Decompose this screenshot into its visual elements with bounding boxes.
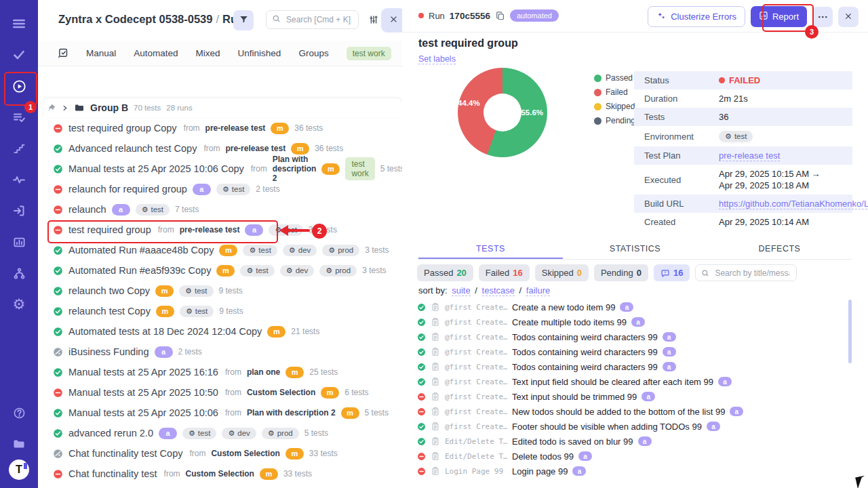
env-chip-prod[interactable]: ⚙prod — [319, 265, 357, 277]
sidebar-reports-icon[interactable] — [0, 226, 38, 258]
tests-search[interactable] — [695, 264, 797, 281]
run-row[interactable]: relaunch two Copym⚙test9 tests — [38, 281, 402, 301]
filter-button[interactable] — [233, 10, 254, 30]
sort-by-failure[interactable]: failure — [526, 285, 550, 296]
test-row[interactable]: @first Create…Create a new todo item 99a — [417, 300, 854, 314]
test-row[interactable]: @first Create…Create multiple todo items… — [417, 314, 854, 329]
run-label-chip[interactable]: test work — [345, 157, 374, 180]
run-row[interactable]: Manual tests at 25 Apr 2025 10:06 Copyfr… — [38, 159, 402, 179]
select-runs-icon[interactable] — [57, 47, 68, 59]
filter-chip-pending[interactable]: Pending0 — [594, 264, 648, 281]
copy-icon[interactable] — [495, 11, 505, 21]
pin-icon[interactable] — [47, 104, 56, 112]
tab-defects[interactable]: DEFECTS — [707, 241, 852, 259]
filter-chip-failed[interactable]: Failed16 — [479, 264, 530, 281]
tab-tests[interactable]: TESTS — [418, 241, 563, 259]
run-plan-link[interactable]: plan one — [247, 367, 280, 377]
run-plan-link[interactable]: pre-release test — [225, 144, 285, 153]
env-chip-dev[interactable]: ⚙dev — [222, 428, 256, 439]
run-plan-link[interactable]: Plan with description 2 — [273, 155, 317, 183]
runs-search[interactable] — [266, 10, 359, 29]
run-plan-link[interactable]: pre-release test — [180, 225, 240, 235]
run-row[interactable]: Automated tests at 18 Dec 2024 12:04 Cop… — [38, 321, 402, 342]
adjustments-icon[interactable] — [368, 14, 379, 28]
run-plan-link[interactable]: Plan with description 2 — [247, 408, 336, 418]
run-row[interactable]: Chat functinality testfromCustom Selecti… — [38, 464, 402, 484]
more-actions-button[interactable]: ⋯ — [812, 7, 833, 27]
run-row[interactable]: advanced rerun 2.0a⚙test⚙dev⚙prod5 tests — [38, 423, 402, 443]
run-row[interactable]: Automated Run #ea5f939c Copym⚙test⚙dev⚙p… — [38, 260, 402, 281]
run-row-highlighted[interactable]: test required groupfrompre-release testa… — [38, 220, 402, 240]
run-row[interactable]: Chat functinality test CopyfromCustom Se… — [38, 443, 402, 464]
env-chip-prod[interactable]: ⚙prod — [262, 428, 299, 439]
sidebar-import-icon[interactable] — [0, 195, 38, 226]
sidebar-projects-icon[interactable] — [0, 428, 38, 460]
chevron-right-icon[interactable] — [61, 104, 68, 112]
sidebar-help-icon[interactable] — [0, 397, 38, 428]
sidebar-menu-icon[interactable] — [0, 8, 38, 39]
comments-filter-chip[interactable]: 16 — [654, 264, 690, 281]
test-row[interactable]: @first Create…Todos containing weird cha… — [417, 359, 854, 374]
tab-unfinished[interactable]: Unfinished — [238, 48, 281, 58]
run-row[interactable]: Manual tests at 25 Apr 2025 10:06fromPla… — [38, 403, 402, 423]
run-plan-link[interactable]: Custom Selection — [247, 388, 315, 397]
run-row[interactable]: test required group Copyfrompre-release … — [38, 118, 402, 138]
detail-link[interactable]: https://github.com/TetianaKhomenko/Lo... — [719, 199, 868, 209]
env-chip-test[interactable]: ⚙test — [179, 285, 213, 297]
tests-search-input[interactable] — [713, 268, 791, 279]
tab-label-test-work[interactable]: test work — [347, 47, 391, 60]
run-row[interactable]: iBusiness Fundinga2 tests — [38, 342, 402, 362]
env-chip-prod[interactable]: ⚙prod — [322, 245, 359, 256]
run-row[interactable]: relaunch for required groupa⚙test2 tests — [38, 179, 402, 199]
test-row[interactable]: @first Create…Todos containing weird cha… — [417, 329, 854, 344]
environment-chip[interactable]: ⚙test — [719, 131, 753, 142]
run-row[interactable]: Advanced relaunch test Copyfrompre-relea… — [38, 138, 402, 159]
run-plan-link[interactable]: Custom Selection — [211, 449, 279, 458]
sort-by-testcase[interactable]: testcase — [482, 285, 515, 296]
close-details-button[interactable] — [838, 7, 859, 27]
tests-scrollbar[interactable] — [848, 300, 852, 363]
filter-chip-skipped[interactable]: Skipped0 — [535, 264, 589, 281]
run-plan-link[interactable]: Custom Selection — [186, 469, 254, 479]
test-row[interactable]: @first Create…Footer should be visible w… — [417, 419, 854, 434]
tab-statistics[interactable]: STATISTICS — [563, 241, 707, 259]
run-row[interactable]: relauncha⚙test7 tests — [38, 199, 402, 220]
test-row[interactable]: Edit/Delete T…Edited todo is saved on bl… — [417, 434, 854, 449]
test-row[interactable]: @first Create…Text input should be trimm… — [417, 389, 854, 404]
filter-chip-passed[interactable]: Passed20 — [417, 264, 473, 281]
env-chip-test[interactable]: ⚙test — [180, 306, 214, 317]
sidebar-runs-play-icon[interactable] — [0, 70, 38, 102]
sidebar-analytics-pulse-icon[interactable] — [0, 164, 38, 195]
clusterize-errors-button[interactable]: Clusterize Errors — [648, 6, 745, 27]
env-chip-test[interactable]: ⚙test — [216, 184, 250, 195]
tab-automated[interactable]: Automated — [134, 48, 178, 58]
env-chip-dev[interactable]: ⚙dev — [280, 265, 314, 277]
env-chip-test[interactable]: ⚙test — [136, 204, 170, 216]
sidebar-test-list-icon[interactable] — [0, 102, 38, 133]
test-row[interactable]: Edit/Delete T…Delete todos 99a — [417, 449, 854, 464]
report-button[interactable]: Report — [751, 6, 807, 27]
sidebar-settings-icon[interactable]: ⚙ — [0, 289, 38, 320]
env-chip-test[interactable]: ⚙test — [240, 265, 274, 277]
test-row[interactable]: Login Page 99Login page 99a — [417, 464, 854, 479]
sidebar-steps-icon[interactable] — [0, 133, 38, 164]
run-row[interactable]: Automated Run #aaace48b Copym⚙test⚙dev⚙p… — [38, 240, 402, 260]
tab-mixed[interactable]: Mixed — [196, 48, 220, 58]
close-panel-button[interactable] — [381, 8, 403, 33]
run-row[interactable]: Manual tests at 25 Apr 2025 10:50fromCus… — [38, 382, 402, 403]
test-row[interactable]: @first Create…New todos should be added … — [417, 404, 854, 419]
set-labels-link[interactable]: Set labels — [418, 54, 456, 64]
group-header[interactable]: Group B 70 tests 28 runs — [43, 98, 402, 117]
sidebar-tasks-check-icon[interactable] — [0, 39, 38, 70]
tab-groups[interactable]: Groups — [298, 48, 328, 58]
run-row[interactable]: Manual tests at 25 Apr 2025 16:16frompla… — [38, 362, 402, 382]
env-chip-test[interactable]: ⚙test — [269, 224, 302, 236]
tab-manual[interactable]: Manual — [86, 48, 116, 58]
sort-by-suite[interactable]: suite — [452, 285, 470, 296]
env-chip-dev[interactable]: ⚙dev — [283, 245, 317, 256]
run-row[interactable]: relaunch test Copym⚙test9 tests — [38, 301, 402, 321]
env-chip-test[interactable]: ⚙test — [182, 428, 216, 439]
test-row[interactable]: @first Create…Text input field should be… — [417, 374, 854, 389]
test-row[interactable]: @first Create…Todos containing weird cha… — [417, 344, 854, 359]
detail-link[interactable]: pre-release test — [719, 150, 780, 161]
